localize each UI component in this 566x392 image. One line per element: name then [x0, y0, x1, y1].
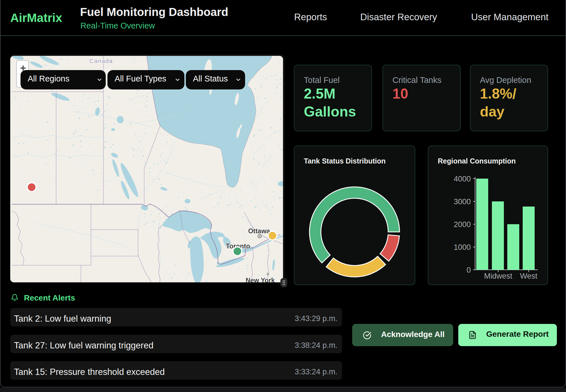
svg-text:Canada: Canada: [89, 58, 113, 64]
svg-text:West: West: [520, 272, 538, 280]
svg-text:4000: 4000: [454, 175, 471, 183]
svg-text:3000: 3000: [454, 197, 471, 206]
svg-text:0: 0: [467, 266, 471, 274]
svg-text:New York: New York: [246, 277, 275, 282]
svg-text:2000: 2000: [454, 220, 471, 229]
svg-text:Midwest: Midwest: [484, 272, 512, 280]
svg-text:Ottawa: Ottawa: [248, 227, 270, 235]
svg-text:1000: 1000: [454, 243, 471, 252]
